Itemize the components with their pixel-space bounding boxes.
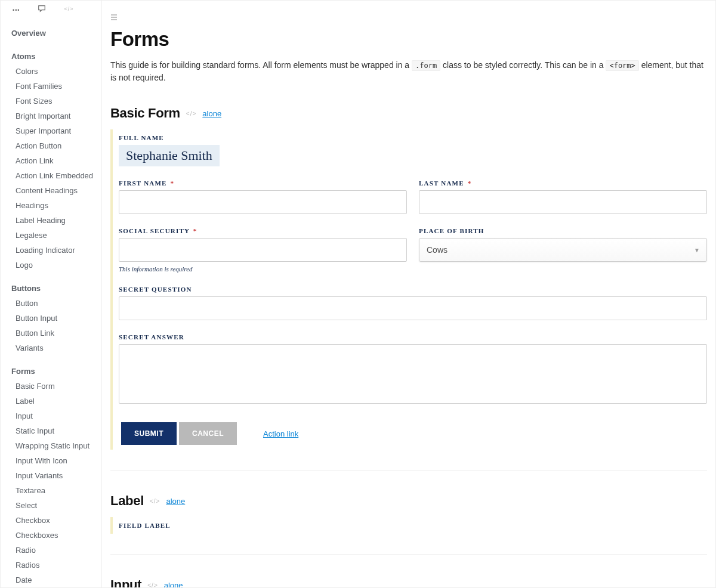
sidebar-item-variants[interactable]: Variants <box>1 341 101 355</box>
code-toggle-icon[interactable]: </> <box>147 582 158 588</box>
page-title: Forms <box>110 28 707 51</box>
sidebar-item-label[interactable]: Label <box>1 394 101 408</box>
label-first-name: FIRST NAME * <box>119 180 407 187</box>
sidebar-item-action-link[interactable]: Action Link <box>1 153 101 168</box>
sidebar-item-radio[interactable]: Radio <box>1 543 101 558</box>
label-last-name: LAST NAME * <box>419 180 707 187</box>
sidebar-item-checkboxes[interactable]: Checkboxes <box>1 528 101 543</box>
input-ssn[interactable] <box>119 238 407 262</box>
sidebar-item-colors[interactable]: Colors <box>1 64 101 79</box>
form-action-link[interactable]: Action link <box>263 429 298 438</box>
sidebar-item-input-variants[interactable]: Input Variants <box>1 468 101 483</box>
comment-icon[interactable] <box>38 4 46 14</box>
cancel-button[interactable]: Cancel <box>179 422 237 445</box>
code-form-element: <form> <box>606 60 638 71</box>
sidebar-item-font-families[interactable]: Font Families <box>1 79 101 94</box>
ellipsis-icon[interactable] <box>13 4 20 14</box>
input-last-name[interactable] <box>419 190 707 214</box>
divider <box>110 554 707 555</box>
code-form-class: .form <box>412 60 440 71</box>
label-secret-answer: SECRET ANSWER <box>119 333 707 341</box>
sidebar-item-font-sizes[interactable]: Font Sizes <box>1 94 101 109</box>
label-example: FIELD LABEL <box>110 517 707 534</box>
sidebar-item-button-link[interactable]: Button Link <box>1 326 101 341</box>
sidebar-item-action-button[interactable]: Action Button <box>1 138 101 153</box>
sidebar-item-legalese[interactable]: Legalese <box>1 228 101 243</box>
main-content: Forms This guide is for building standar… <box>102 1 715 587</box>
code-toggle-icon[interactable]: </> <box>150 498 160 505</box>
section-title-label: Label <box>110 493 144 509</box>
select-place-of-birth[interactable]: Cows <box>419 238 707 262</box>
sidebar-section-atoms[interactable]: Atoms <box>1 49 101 64</box>
sidebar-item-button[interactable]: Button <box>1 296 101 311</box>
main-toolbar <box>110 13 707 23</box>
sidebar-item-action-link-embedded[interactable]: Action Link Embedded <box>1 168 101 183</box>
sidebar-item-headings[interactable]: Headings <box>1 198 101 213</box>
code-icon[interactable]: </> <box>64 6 73 12</box>
button-row: Submit Cancel Action link <box>121 422 707 445</box>
label-ssn: SOCIAL SECURITY * <box>119 227 407 234</box>
alone-link-basic-form[interactable]: alone <box>202 109 221 118</box>
sidebar-item-super-important[interactable]: Super Important <box>1 123 101 138</box>
label-field-label: FIELD LABEL <box>119 522 707 529</box>
sidebar-item-textarea[interactable]: Textarea <box>1 483 101 498</box>
section-header-basic-form: Basic Form </> alone <box>110 106 707 121</box>
section-title-input: Input <box>110 577 141 587</box>
sidebar-item-input[interactable]: Input <box>1 408 101 423</box>
sidebar: </> Overview Atoms Colors Font Families … <box>1 1 102 587</box>
alone-link-input[interactable]: alone <box>164 581 183 588</box>
sidebar-item-radios[interactable]: Radios <box>1 558 101 572</box>
sidebar-item-button-input[interactable]: Button Input <box>1 311 101 326</box>
sidebar-item-basic-form[interactable]: Basic Form <box>1 379 101 394</box>
static-full-name: Stephanie Smith <box>119 145 220 166</box>
section-title-basic-form: Basic Form <box>110 106 180 121</box>
section-header-label: Label </> alone <box>110 493 707 509</box>
label-place-of-birth: PLACE OF BIRTH <box>419 227 707 234</box>
hamburger-icon[interactable] <box>110 13 118 23</box>
sidebar-item-input-with-icon[interactable]: Input With Icon <box>1 453 101 468</box>
sidebar-item-bright-important[interactable]: Bright Important <box>1 109 101 123</box>
sidebar-section-buttons[interactable]: Buttons <box>1 281 101 296</box>
basic-form-example: FULL NAME Stephanie Smith FIRST NAME * L… <box>110 129 707 450</box>
sidebar-section-forms[interactable]: Forms <box>1 364 101 379</box>
sidebar-item-wrapping-static-input[interactable]: Wrapping Static Input <box>1 438 101 453</box>
sidebar-overview[interactable]: Overview <box>1 26 101 41</box>
sidebar-item-static-input[interactable]: Static Input <box>1 423 101 438</box>
page-intro: This guide is for building standard form… <box>110 59 707 84</box>
sidebar-item-checkbox[interactable]: Checkbox <box>1 513 101 528</box>
sidebar-item-date[interactable]: Date <box>1 572 101 587</box>
sidebar-item-logo[interactable]: Logo <box>1 258 101 273</box>
label-secret-question: SECRET QUESTION <box>119 286 707 293</box>
label-full-name: FULL NAME <box>119 134 707 141</box>
note-ssn-required: This information is required <box>119 265 407 273</box>
sidebar-toolbar: </> <box>1 1 101 17</box>
sidebar-item-label-heading[interactable]: Label Heading <box>1 213 101 228</box>
submit-button[interactable]: Submit <box>121 422 177 445</box>
alone-link-label[interactable]: alone <box>166 497 185 506</box>
sidebar-item-select[interactable]: Select <box>1 498 101 513</box>
sidebar-item-loading-indicator[interactable]: Loading Indicator <box>1 243 101 258</box>
input-secret-question[interactable] <box>119 296 707 320</box>
textarea-secret-answer[interactable] <box>119 344 707 404</box>
sidebar-item-content-headings[interactable]: Content Headings <box>1 183 101 198</box>
code-toggle-icon[interactable]: </> <box>186 110 196 117</box>
divider <box>110 470 707 471</box>
section-header-input: Input </> alone <box>110 577 707 587</box>
input-first-name[interactable] <box>119 190 407 214</box>
